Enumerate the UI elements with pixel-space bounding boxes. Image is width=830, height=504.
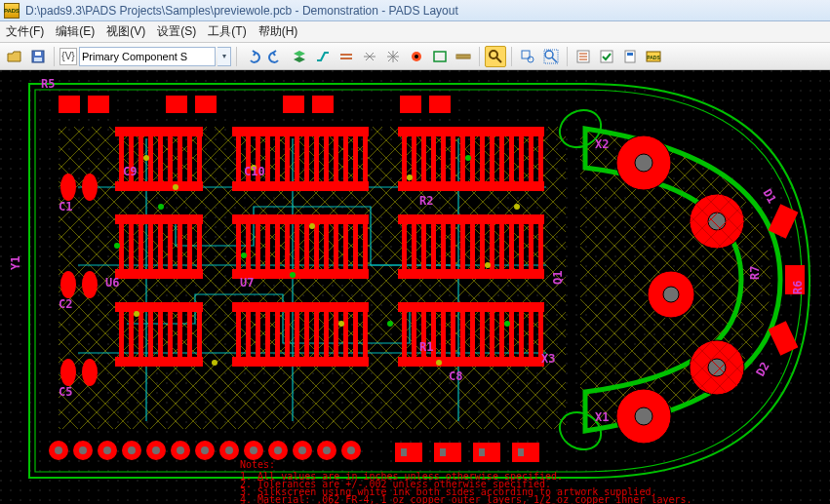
menu-file[interactable]: 文件(F) (6, 23, 44, 40)
svg-rect-125 (431, 127, 436, 191)
pcb-canvas[interactable]: X2 X1 Q1 D1 D2 R6 R7 (0, 70, 830, 504)
svg-point-214 (82, 174, 98, 201)
menu-view[interactable]: 视图(V) (106, 23, 145, 40)
svg-rect-116 (334, 302, 338, 367)
unroute-icon (362, 49, 377, 64)
svg-point-235 (114, 243, 120, 249)
svg-point-215 (60, 271, 76, 298)
route-button[interactable] (312, 46, 334, 67)
rule-icon (575, 49, 591, 64)
save-icon (30, 49, 46, 64)
layer-button[interactable] (289, 46, 310, 67)
svg-point-229 (514, 204, 520, 210)
svg-rect-60 (197, 214, 202, 279)
svg-rect-86 (353, 127, 358, 191)
svg-point-188 (152, 446, 160, 454)
pcb-drawing: X2 X1 Q1 D1 D2 R6 R7 (0, 70, 830, 504)
svg-rect-69 (178, 302, 182, 367)
svg-rect-117 (343, 302, 348, 367)
svg-point-236 (504, 321, 510, 327)
svg-rect-158 (421, 302, 426, 367)
svg-rect-168 (519, 302, 524, 367)
svg-rect-95 (285, 214, 290, 279)
svg-point-234 (241, 252, 247, 258)
svg-rect-64 (129, 302, 134, 367)
svg-point-230 (158, 204, 164, 210)
svg-rect-146 (470, 214, 475, 279)
svg-rect-207 (166, 96, 187, 113)
svg-rect-111 (285, 302, 290, 367)
svg-rect-199 (473, 443, 500, 462)
menu-setup[interactable]: 设置(S) (157, 23, 196, 40)
svg-rect-211 (400, 96, 421, 113)
svg-point-217 (60, 359, 76, 386)
undo-button[interactable] (242, 46, 263, 67)
svg-rect-80 (295, 127, 299, 191)
svg-rect-57 (168, 214, 173, 279)
svg-rect-119 (363, 302, 368, 367)
svg-rect-123 (412, 127, 416, 191)
svg-point-31 (635, 407, 652, 425)
menu-help[interactable]: 帮助(H) (258, 23, 298, 40)
zoom-window-button[interactable] (517, 46, 538, 67)
svg-point-194 (298, 446, 306, 454)
svg-rect-77 (265, 127, 270, 191)
svg-rect-203 (479, 448, 485, 456)
svg-rect-202 (440, 448, 446, 456)
app-icon: PADS (4, 3, 20, 19)
selection-filter-dropdown[interactable]: ▾ (217, 47, 231, 66)
svg-rect-67 (158, 302, 163, 367)
board-outline-icon (432, 49, 448, 64)
via-button[interactable] (406, 46, 427, 67)
open-button[interactable] (4, 46, 25, 67)
svg-rect-144 (451, 214, 455, 279)
svg-rect-53 (129, 214, 134, 279)
menu-edit[interactable]: 编辑(E) (56, 23, 95, 40)
output-button[interactable] (619, 46, 641, 67)
svg-point-231 (290, 272, 296, 278)
redo-button[interactable] (265, 46, 287, 67)
svg-rect-133 (509, 127, 514, 191)
svg-rect-198 (434, 443, 461, 462)
svg-rect-210 (312, 96, 334, 113)
svg-point-232 (387, 321, 393, 327)
zoom-button[interactable] (485, 46, 506, 67)
svg-point-218 (82, 359, 98, 386)
measure-button[interactable] (453, 46, 474, 67)
menu-tools[interactable]: 工具(T) (208, 23, 246, 40)
board-outline-button[interactable] (429, 46, 451, 67)
pads-link-button[interactable]: PADS (643, 46, 664, 67)
svg-rect-99 (324, 214, 329, 279)
svg-rect-163 (470, 302, 475, 367)
svg-rect-106 (236, 302, 241, 367)
svg-rect-113 (304, 302, 309, 367)
unroute-button[interactable] (359, 46, 380, 67)
zoom-extents-button[interactable] (540, 46, 562, 67)
svg-point-227 (134, 311, 139, 317)
svg-rect-205 (59, 96, 80, 113)
svg-rect-76 (256, 127, 260, 191)
svg-rect-100 (334, 214, 338, 279)
svg-rect-56 (158, 214, 163, 279)
svg-point-9 (528, 57, 534, 62)
svg-point-189 (177, 446, 184, 454)
rule-button[interactable] (573, 46, 594, 67)
svg-rect-134 (519, 127, 524, 191)
svg-rect-143 (441, 214, 446, 279)
save-button[interactable] (27, 46, 49, 67)
svg-point-4 (415, 55, 418, 58)
svg-rect-164 (480, 302, 485, 367)
svg-rect-204 (518, 448, 524, 456)
svg-rect-5 (434, 52, 446, 61)
drc-button[interactable] (596, 46, 617, 67)
svg-rect-147 (480, 214, 485, 279)
svg-point-190 (201, 446, 209, 454)
diffpair-button[interactable] (336, 46, 357, 67)
svg-rect-78 (275, 127, 280, 191)
select-prefix-button[interactable]: {V} (59, 48, 77, 65)
selection-filter-input[interactable] (79, 47, 216, 66)
svg-point-196 (347, 446, 355, 454)
svg-rect-140 (412, 214, 416, 279)
svg-rect-167 (509, 302, 514, 367)
star-button[interactable] (382, 46, 404, 67)
